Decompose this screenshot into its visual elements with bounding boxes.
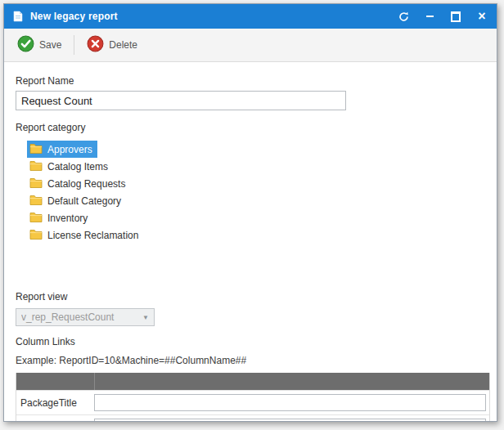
folder-icon — [29, 195, 43, 208]
report-view-select[interactable]: v_rep_RequestCount ▼ — [16, 308, 155, 326]
new-legacy-report-window: New legacy report × — [3, 3, 497, 422]
tree-item-label: Catalog Requests — [47, 178, 125, 190]
save-button[interactable]: Save — [9, 31, 70, 59]
folder-icon — [29, 177, 43, 190]
table-row: Request Count — [16, 414, 489, 422]
column-links-label: Column Links — [16, 336, 485, 347]
tree-item-label: Catalog Items — [47, 161, 108, 172]
titlebar: New legacy report × — [4, 4, 497, 29]
report-icon — [12, 11, 24, 22]
tree-item-label: Default Category — [47, 195, 121, 207]
report-category-label: Report category — [16, 122, 485, 133]
window-title: New legacy report — [30, 11, 118, 22]
report-view-value: v_rep_RequestCount — [21, 311, 139, 323]
row-cell — [94, 394, 489, 411]
tree-item-label: Approvers — [47, 144, 92, 155]
report-name-label: Report Name — [16, 75, 485, 87]
category-tree: Approvers Catalog Items — [27, 141, 485, 286]
window-controls: × — [397, 10, 488, 23]
maximize-button[interactable] — [449, 10, 462, 23]
form-body: Report Name Report category Approvers — [4, 62, 497, 422]
close-icon: × — [478, 10, 485, 23]
tree-item-label: License Reclamation — [47, 230, 138, 241]
report-view-label: Report view — [16, 291, 485, 302]
refresh-icon — [398, 11, 409, 22]
folder-icon — [29, 160, 43, 173]
delete-label: Delete — [109, 39, 137, 51]
desktop-background: New legacy report × — [0, 0, 504, 430]
report-name-input[interactable] — [16, 91, 346, 110]
tree-item-catalog-items[interactable]: Catalog Items — [27, 158, 113, 175]
tree-item-inventory[interactable]: Inventory — [27, 209, 92, 226]
table-header-cell — [95, 373, 489, 390]
tree-item-default-category[interactable]: Default Category — [27, 192, 126, 209]
folder-icon — [29, 212, 43, 225]
row-label-request-count: Request Count — [16, 422, 94, 423]
column-links-example: Example: ReportID=10&Machine=##ColumnNam… — [16, 355, 485, 366]
maximize-icon — [451, 11, 461, 22]
folder-icon — [29, 229, 43, 242]
toolbar: Save Delete — [4, 29, 497, 62]
minimize-button[interactable] — [423, 10, 436, 23]
save-label: Save — [39, 39, 61, 51]
refresh-button[interactable] — [397, 10, 410, 23]
packagetitle-link-input[interactable] — [94, 394, 486, 411]
folder-icon — [29, 143, 43, 156]
request-count-link-input[interactable] — [94, 419, 486, 422]
table-header — [16, 373, 489, 390]
table-header-cell — [16, 373, 95, 390]
column-links-table: PackageTitle Request Count — [16, 373, 490, 422]
delete-icon — [87, 35, 104, 55]
tree-item-license-reclamation[interactable]: License Reclamation — [27, 226, 143, 244]
tree-item-approvers[interactable]: Approvers — [27, 141, 97, 158]
chevron-down-icon: ▼ — [142, 314, 149, 321]
table-row: PackageTitle — [16, 390, 489, 414]
row-cell — [94, 419, 489, 422]
close-button[interactable]: × — [475, 10, 488, 23]
minimize-icon — [426, 16, 434, 17]
toolbar-separator — [74, 35, 74, 55]
delete-button[interactable]: Delete — [79, 31, 146, 59]
tree-item-catalog-requests[interactable]: Catalog Requests — [27, 175, 130, 192]
row-label-packagetitle: PackageTitle — [16, 397, 94, 409]
save-icon — [17, 35, 34, 55]
tree-item-label: Inventory — [47, 213, 88, 224]
